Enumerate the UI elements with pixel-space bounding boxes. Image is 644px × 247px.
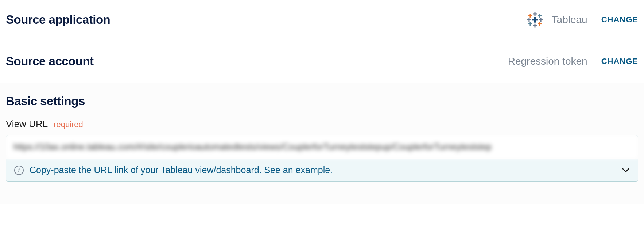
change-source-application-button[interactable]: CHANGE — [601, 15, 638, 24]
basic-settings-section: Basic settings View URL required i Copy-… — [0, 83, 644, 204]
view-url-input[interactable] — [6, 135, 638, 159]
view-url-label-row: View URL required — [6, 118, 638, 130]
source-application-section: Source application — [0, 0, 644, 43]
view-url-hint-bar[interactable]: i Copy-paste the URL link of your Tablea… — [6, 159, 638, 181]
svg-rect-9 — [532, 19, 538, 21]
chevron-down-icon — [622, 166, 630, 174]
svg-rect-15 — [538, 15, 542, 16]
svg-rect-7 — [540, 18, 541, 22]
view-url-input-wrapper: i Copy-paste the URL link of your Tablea… — [6, 135, 638, 182]
source-application-value-group: Tableau — [526, 11, 587, 28]
source-application-value: Tableau — [552, 14, 587, 26]
svg-rect-1 — [533, 13, 537, 14]
svg-rect-11 — [528, 15, 532, 16]
source-account-value: Regression token — [508, 56, 587, 67]
required-tag: required — [54, 120, 83, 129]
change-source-account-button[interactable]: CHANGE — [601, 57, 638, 66]
info-icon: i — [14, 166, 24, 175]
svg-rect-17 — [528, 23, 532, 24]
basic-settings-heading: Basic settings — [6, 94, 638, 108]
tableau-icon — [526, 11, 544, 28]
view-url-label: View URL — [6, 118, 48, 130]
svg-rect-5 — [528, 18, 529, 22]
source-account-section: Source account Regression token CHANGE — [0, 43, 644, 83]
svg-rect-3 — [533, 25, 537, 26]
svg-rect-13 — [538, 23, 542, 24]
source-application-heading: Source application — [6, 13, 110, 27]
source-account-heading: Source account — [6, 54, 94, 68]
view-url-hint-text: Copy-paste the URL link of your Tableau … — [30, 165, 333, 175]
